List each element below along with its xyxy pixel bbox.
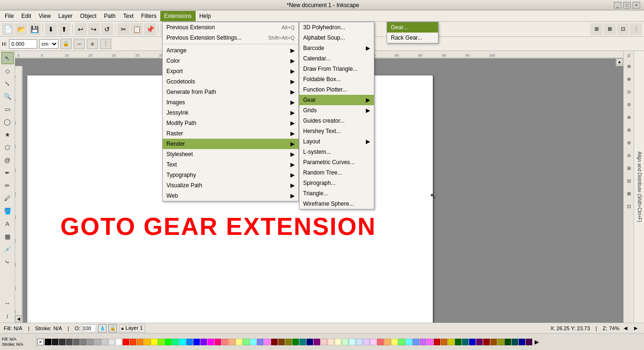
- palette-color-swatch[interactable]: [271, 339, 278, 345]
- snap-btn-5[interactable]: ⊛: [623, 111, 635, 123]
- palette-color-swatch[interactable]: [363, 339, 370, 345]
- palette-color-swatch[interactable]: [405, 339, 412, 345]
- window-controls[interactable]: _ □ ×: [614, 2, 640, 8]
- revert-button[interactable]: ↺: [101, 23, 113, 35]
- render-wireframe-sphere[interactable]: Wireframe Sphere...: [299, 199, 374, 209]
- snap-btn-2[interactable]: ⊗: [623, 73, 635, 85]
- palette-color-swatch[interactable]: [469, 339, 476, 345]
- palette-color-swatch[interactable]: [116, 339, 122, 345]
- palette-color-swatch[interactable]: [413, 339, 419, 345]
- snap-btn-7[interactable]: ⊜: [623, 136, 635, 149]
- calligraphy-tool[interactable]: 🖊: [1, 192, 14, 204]
- palette-color-swatch[interactable]: [229, 339, 235, 345]
- align-button[interactable]: ≡: [87, 39, 98, 49]
- select-tool[interactable]: ↖: [1, 52, 14, 64]
- snap-btn-9[interactable]: ⊞: [623, 162, 635, 174]
- palette-color-swatch[interactable]: [264, 339, 271, 345]
- palette-color-swatch[interactable]: [455, 339, 462, 345]
- menu-help[interactable]: Help: [196, 11, 215, 21]
- render-guides-creator[interactable]: Guides creator...: [299, 116, 374, 126]
- snap-btn-6[interactable]: ⊚: [623, 124, 635, 136]
- palette-color-swatch[interactable]: [292, 339, 299, 345]
- palette-color-swatch[interactable]: [257, 339, 264, 345]
- menu-layer[interactable]: Layer: [55, 11, 76, 21]
- gradient-tool[interactable]: ▦: [1, 230, 14, 242]
- palette-color-swatch[interactable]: [328, 339, 334, 345]
- eyedropper-tool[interactable]: 💉: [1, 243, 14, 255]
- palette-color-swatch[interactable]: [144, 339, 150, 345]
- palette-color-swatch[interactable]: [519, 339, 525, 345]
- palette-color-swatch[interactable]: [497, 339, 504, 345]
- import-button[interactable]: ⬇: [45, 23, 57, 35]
- render-parametric-curves[interactable]: Parametric Curves...: [299, 157, 374, 167]
- render-random-tree[interactable]: Random Tree...: [299, 167, 374, 178]
- palette-scroll-right[interactable]: ▶: [533, 339, 540, 345]
- close-button[interactable]: ×: [633, 2, 640, 8]
- palette-color-swatch[interactable]: [398, 339, 405, 345]
- snap-button-4[interactable]: ⋮: [630, 23, 642, 35]
- palette-color-swatch[interactable]: [512, 339, 518, 345]
- palette-color-swatch[interactable]: [448, 339, 454, 345]
- render-function-plotter[interactable]: Function Plotter...: [299, 84, 374, 95]
- flip-v-button[interactable]: ↕: [1, 309, 14, 322]
- pencil-tool[interactable]: ✏: [1, 179, 14, 192]
- palette-color-swatch[interactable]: [356, 339, 363, 345]
- palette-color-swatch[interactable]: [87, 339, 94, 345]
- menu-web[interactable]: Web ▶: [163, 191, 298, 201]
- snap-btn-10[interactable]: ⊟: [623, 175, 635, 187]
- palette-color-swatch[interactable]: [314, 339, 320, 345]
- scrollbar-left[interactable]: ◀: [15, 316, 22, 322]
- palette-color-swatch[interactable]: [108, 339, 115, 345]
- palette-color-swatch[interactable]: [335, 339, 341, 345]
- star-tool[interactable]: ★: [1, 128, 14, 141]
- paste-button[interactable]: 📌: [144, 23, 156, 35]
- render-layout[interactable]: Layout ▶: [299, 136, 374, 147]
- menu-color[interactable]: Color ▶: [163, 56, 298, 66]
- palette-color-swatch[interactable]: [66, 339, 73, 345]
- palette-color-swatch[interactable]: [236, 339, 242, 345]
- snap-button-2[interactable]: ⊠: [603, 23, 616, 35]
- text-tool[interactable]: A: [1, 217, 14, 230]
- zoom-tool[interactable]: 🔍: [1, 90, 14, 102]
- menu-render[interactable]: Render ▶: [163, 139, 298, 149]
- palette-color-swatch[interactable]: [434, 339, 440, 345]
- menu-modify-path[interactable]: Modify Path ▶: [163, 118, 298, 128]
- render-foldable-box[interactable]: Foldable Box...: [299, 74, 374, 84]
- menu-generate-from-path[interactable]: Generate from Path ▶: [163, 87, 298, 97]
- palette-color-swatch[interactable]: [80, 339, 87, 345]
- minimize-button[interactable]: _: [614, 2, 621, 8]
- cut-button[interactable]: ✂: [117, 23, 130, 35]
- palette-color-swatch[interactable]: [222, 339, 228, 345]
- palette-color-swatch[interactable]: [441, 339, 447, 345]
- palette-color-swatch[interactable]: [349, 339, 355, 345]
- palette-color-swatch[interactable]: [420, 339, 426, 345]
- menu-typography[interactable]: Typography ▶: [163, 170, 298, 180]
- palette-color-swatch[interactable]: [526, 339, 532, 345]
- menu-stylesheet[interactable]: Stylesheet ▶: [163, 149, 298, 159]
- menu-images[interactable]: Images ▶: [163, 97, 298, 108]
- palette-color-swatch[interactable]: [490, 339, 497, 345]
- snap-btn-3[interactable]: ⊙: [623, 85, 635, 98]
- palette-color-swatch[interactable]: [243, 339, 249, 345]
- palette-color-swatch[interactable]: [158, 339, 165, 345]
- render-triangle[interactable]: Triangle...: [299, 188, 374, 199]
- flip-h-button[interactable]: ↔: [1, 297, 14, 309]
- menu-jessyink[interactable]: JessyInk ▶: [163, 108, 298, 118]
- gear-rack-gear[interactable]: Rack Gear...: [387, 33, 438, 43]
- palette-color-swatch[interactable]: [193, 339, 200, 345]
- menu-view[interactable]: View: [35, 11, 55, 21]
- tweak-tool[interactable]: ⤡: [1, 77, 14, 90]
- undo-button[interactable]: ↩: [74, 23, 87, 35]
- opacity-input[interactable]: [82, 325, 96, 332]
- unit-select[interactable]: cmpxmmin: [39, 39, 58, 49]
- render-gear[interactable]: Gear ▶: [299, 95, 374, 105]
- palette-color-swatch[interactable]: [476, 339, 483, 345]
- render-barcode[interactable]: Barcode ▶: [299, 43, 374, 53]
- menu-object[interactable]: Object: [76, 11, 100, 21]
- distribute-button[interactable]: ⋮: [100, 39, 111, 49]
- spiral-tool[interactable]: @: [1, 154, 14, 166]
- palette-color-swatch[interactable]: [165, 339, 172, 345]
- menu-edit[interactable]: Edit: [17, 11, 35, 21]
- palette-color-swatch[interactable]: [45, 339, 51, 345]
- menu-previous-extension[interactable]: Previous Extension Alt+Q: [163, 22, 298, 33]
